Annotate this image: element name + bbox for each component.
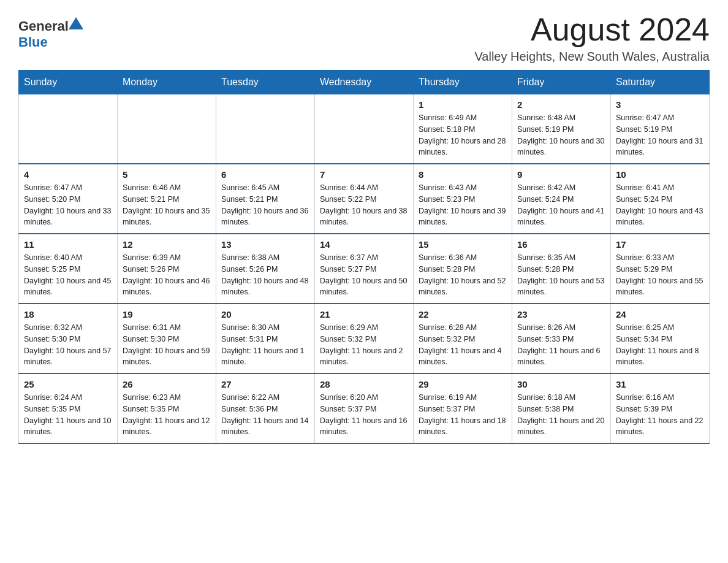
day-cell: 3Sunrise: 6:47 AMSunset: 5:19 PMDaylight… (611, 94, 710, 164)
day-number: 8 (419, 169, 507, 180)
calendar-body: 1Sunrise: 6:49 AMSunset: 5:18 PMDaylight… (19, 94, 710, 444)
day-number: 5 (123, 169, 211, 180)
header-friday: Friday (512, 71, 611, 94)
day-info: Sunrise: 6:24 AMSunset: 5:35 PMDaylight:… (24, 392, 112, 438)
day-cell: 5Sunrise: 6:46 AMSunset: 5:21 PMDaylight… (118, 164, 216, 234)
day-cell: 28Sunrise: 6:20 AMSunset: 5:37 PMDayligh… (315, 373, 414, 443)
header-monday: Monday (118, 71, 216, 94)
day-cell: 10Sunrise: 6:41 AMSunset: 5:24 PMDayligh… (611, 164, 710, 234)
day-number: 9 (517, 169, 605, 180)
main-title: August 2024 (474, 12, 710, 47)
day-info: Sunrise: 6:42 AMSunset: 5:24 PMDaylight:… (517, 182, 605, 228)
day-info: Sunrise: 6:33 AMSunset: 5:29 PMDaylight:… (616, 252, 704, 298)
day-info: Sunrise: 6:29 AMSunset: 5:32 PMDaylight:… (320, 322, 408, 368)
day-cell: 9Sunrise: 6:42 AMSunset: 5:24 PMDaylight… (512, 164, 611, 234)
week-row-1: 4Sunrise: 6:47 AMSunset: 5:20 PMDaylight… (19, 164, 710, 234)
day-info: Sunrise: 6:39 AMSunset: 5:26 PMDaylight:… (123, 252, 211, 298)
day-cell: 17Sunrise: 6:33 AMSunset: 5:29 PMDayligh… (611, 234, 710, 304)
day-info: Sunrise: 6:48 AMSunset: 5:19 PMDaylight:… (517, 112, 605, 158)
day-info: Sunrise: 6:38 AMSunset: 5:26 PMDaylight:… (221, 252, 309, 298)
day-info: Sunrise: 6:20 AMSunset: 5:37 PMDaylight:… (320, 392, 408, 438)
day-info: Sunrise: 6:18 AMSunset: 5:38 PMDaylight:… (517, 392, 605, 438)
day-cell: 13Sunrise: 6:38 AMSunset: 5:26 PMDayligh… (216, 234, 315, 304)
day-cell: 26Sunrise: 6:23 AMSunset: 5:35 PMDayligh… (118, 373, 216, 443)
day-number: 26 (123, 379, 211, 389)
day-info: Sunrise: 6:16 AMSunset: 5:39 PMDaylight:… (616, 392, 704, 438)
day-number: 7 (320, 169, 408, 180)
header-sunday: Sunday (19, 71, 118, 94)
day-cell: 14Sunrise: 6:37 AMSunset: 5:27 PMDayligh… (315, 234, 414, 304)
day-number: 6 (221, 169, 309, 180)
day-cell: 4Sunrise: 6:47 AMSunset: 5:20 PMDaylight… (19, 164, 118, 234)
day-number: 2 (517, 99, 605, 110)
day-info: Sunrise: 6:45 AMSunset: 5:21 PMDaylight:… (221, 182, 309, 228)
day-info: Sunrise: 6:44 AMSunset: 5:22 PMDaylight:… (320, 182, 408, 228)
page-header: General Blue August 2024 Valley Heights,… (18, 12, 710, 64)
day-cell: 19Sunrise: 6:31 AMSunset: 5:30 PMDayligh… (118, 304, 216, 373)
day-cell: 21Sunrise: 6:29 AMSunset: 5:32 PMDayligh… (315, 304, 414, 373)
week-row-2: 11Sunrise: 6:40 AMSunset: 5:25 PMDayligh… (19, 234, 710, 304)
calendar-header: Sunday Monday Tuesday Wednesday Thursday… (19, 71, 710, 94)
day-cell: 15Sunrise: 6:36 AMSunset: 5:28 PMDayligh… (414, 234, 512, 304)
week-row-3: 18Sunrise: 6:32 AMSunset: 5:30 PMDayligh… (19, 304, 710, 373)
day-cell: 12Sunrise: 6:39 AMSunset: 5:26 PMDayligh… (118, 234, 216, 304)
day-info: Sunrise: 6:19 AMSunset: 5:37 PMDaylight:… (419, 392, 507, 438)
day-info: Sunrise: 6:36 AMSunset: 5:28 PMDaylight:… (419, 252, 507, 298)
day-cell: 11Sunrise: 6:40 AMSunset: 5:25 PMDayligh… (19, 234, 118, 304)
day-number: 14 (320, 239, 408, 250)
day-info: Sunrise: 6:22 AMSunset: 5:36 PMDaylight:… (221, 392, 309, 438)
day-cell (216, 94, 315, 164)
day-number: 12 (123, 239, 211, 250)
day-info: Sunrise: 6:47 AMSunset: 5:19 PMDaylight:… (616, 112, 704, 158)
day-info: Sunrise: 6:23 AMSunset: 5:35 PMDaylight:… (123, 392, 211, 438)
day-number: 27 (221, 379, 309, 389)
day-number: 22 (419, 309, 507, 320)
day-number: 18 (24, 309, 112, 320)
day-cell: 24Sunrise: 6:25 AMSunset: 5:34 PMDayligh… (611, 304, 710, 373)
day-cell: 23Sunrise: 6:26 AMSunset: 5:33 PMDayligh… (512, 304, 611, 373)
day-info: Sunrise: 6:32 AMSunset: 5:30 PMDaylight:… (24, 322, 112, 368)
day-number: 3 (616, 99, 704, 110)
day-number: 23 (517, 309, 605, 320)
day-cell: 30Sunrise: 6:18 AMSunset: 5:38 PMDayligh… (512, 373, 611, 443)
day-info: Sunrise: 6:49 AMSunset: 5:18 PMDaylight:… (419, 112, 507, 158)
day-cell: 29Sunrise: 6:19 AMSunset: 5:37 PMDayligh… (414, 373, 512, 443)
day-number: 25 (24, 379, 112, 389)
day-number: 21 (320, 309, 408, 320)
subtitle: Valley Heights, New South Wales, Austral… (474, 50, 710, 64)
day-cell: 20Sunrise: 6:30 AMSunset: 5:31 PMDayligh… (216, 304, 315, 373)
day-cell: 22Sunrise: 6:28 AMSunset: 5:32 PMDayligh… (414, 304, 512, 373)
day-number: 16 (517, 239, 605, 250)
day-info: Sunrise: 6:46 AMSunset: 5:21 PMDaylight:… (123, 182, 211, 228)
day-cell: 18Sunrise: 6:32 AMSunset: 5:30 PMDayligh… (19, 304, 118, 373)
day-number: 1 (419, 99, 507, 110)
day-cell (19, 94, 118, 164)
day-cell: 31Sunrise: 6:16 AMSunset: 5:39 PMDayligh… (611, 373, 710, 443)
header-tuesday: Tuesday (216, 71, 315, 94)
day-info: Sunrise: 6:40 AMSunset: 5:25 PMDaylight:… (24, 252, 112, 298)
day-number: 4 (24, 169, 112, 180)
day-number: 24 (616, 309, 704, 320)
day-number: 17 (616, 239, 704, 250)
day-info: Sunrise: 6:26 AMSunset: 5:33 PMDaylight:… (517, 322, 605, 368)
header-row: Sunday Monday Tuesday Wednesday Thursday… (19, 71, 710, 94)
day-number: 29 (419, 379, 507, 389)
day-cell: 16Sunrise: 6:35 AMSunset: 5:28 PMDayligh… (512, 234, 611, 304)
day-number: 20 (221, 309, 309, 320)
day-info: Sunrise: 6:28 AMSunset: 5:32 PMDaylight:… (419, 322, 507, 368)
header-saturday: Saturday (611, 71, 710, 94)
day-cell: 7Sunrise: 6:44 AMSunset: 5:22 PMDaylight… (315, 164, 414, 234)
day-number: 10 (616, 169, 704, 180)
day-number: 28 (320, 379, 408, 389)
day-number: 31 (616, 379, 704, 389)
day-info: Sunrise: 6:47 AMSunset: 5:20 PMDaylight:… (24, 182, 112, 228)
header-wednesday: Wednesday (315, 71, 414, 94)
day-info: Sunrise: 6:31 AMSunset: 5:30 PMDaylight:… (123, 322, 211, 368)
day-info: Sunrise: 6:37 AMSunset: 5:27 PMDaylight:… (320, 252, 408, 298)
day-cell: 6Sunrise: 6:45 AMSunset: 5:21 PMDaylight… (216, 164, 315, 234)
day-cell: 25Sunrise: 6:24 AMSunset: 5:35 PMDayligh… (19, 373, 118, 443)
day-cell: 1Sunrise: 6:49 AMSunset: 5:18 PMDaylight… (414, 94, 512, 164)
week-row-4: 25Sunrise: 6:24 AMSunset: 5:35 PMDayligh… (19, 373, 710, 443)
day-cell: 2Sunrise: 6:48 AMSunset: 5:19 PMDaylight… (512, 94, 611, 164)
day-info: Sunrise: 6:41 AMSunset: 5:24 PMDaylight:… (616, 182, 704, 228)
